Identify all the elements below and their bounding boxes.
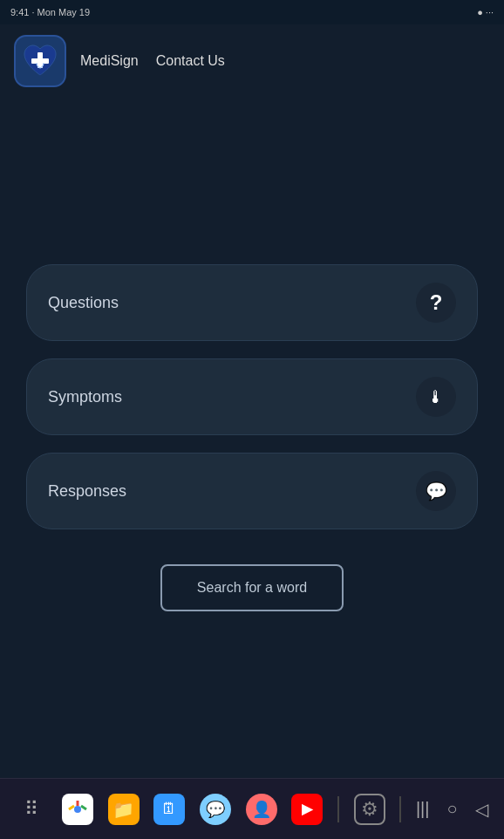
taskbar-chrome-icon[interactable] <box>62 794 93 825</box>
status-time: 9:41 · Mon May 19 <box>10 7 90 17</box>
symptoms-button[interactable]: Symptoms 🌡 <box>26 358 478 435</box>
search-word-button[interactable]: Search for a word <box>160 564 344 611</box>
taskbar: ⠿ 📁 🗓 💬 👤 ▶ ⚙ ||| ○ ◁ <box>0 778 504 839</box>
taskbar-calendar-icon[interactable]: 🗓 <box>153 794 185 825</box>
responses-icon-circle: 💬 <box>416 471 456 511</box>
nav-medisign[interactable]: MediSign <box>80 53 139 69</box>
taskbar-grid-icon[interactable]: ⠿ <box>16 794 47 825</box>
status-bar-right: ● ··· <box>477 7 494 17</box>
logo-svg <box>21 42 59 80</box>
svg-point-3 <box>74 806 81 813</box>
questions-icon-circle: ? <box>416 283 456 323</box>
status-bar: 9:41 · Mon May 19 ● ··· <box>0 0 504 24</box>
taskbar-back-btn[interactable]: ◁ <box>475 799 488 820</box>
taskbar-divider <box>337 796 339 822</box>
main-content: Questions ? Symptoms 🌡 Responses 💬 Searc… <box>0 98 504 778</box>
taskbar-divider-2 <box>399 796 401 822</box>
symptoms-icon-circle: 🌡 <box>416 377 456 417</box>
taskbar-recents-btn[interactable]: ||| <box>416 799 430 819</box>
app-logo <box>14 35 66 87</box>
thermometer-icon: 🌡 <box>427 387 445 407</box>
status-bar-left: 9:41 · Mon May 19 <box>10 7 90 17</box>
symptoms-label: Symptoms <box>48 388 122 406</box>
taskbar-files-icon[interactable]: 📁 <box>108 794 140 825</box>
questions-button[interactable]: Questions ? <box>26 264 478 341</box>
navbar: MediSign Contact Us <box>0 24 504 98</box>
responses-button[interactable]: Responses 💬 <box>26 453 478 529</box>
question-mark-icon: ? <box>430 290 443 315</box>
app-container: MediSign Contact Us Questions ? Symptoms… <box>0 24 504 778</box>
taskbar-home-btn[interactable]: ○ <box>446 799 457 819</box>
taskbar-youtube-icon[interactable]: ▶ <box>291 794 323 825</box>
responses-label: Responses <box>48 482 126 501</box>
taskbar-messages-icon[interactable]: 💬 <box>200 794 231 825</box>
chat-bubble-icon: 💬 <box>426 481 447 501</box>
taskbar-photos-icon[interactable]: 👤 <box>246 794 277 825</box>
nav-contact-us[interactable]: Contact Us <box>156 53 225 69</box>
taskbar-nav: ||| ○ ◁ <box>416 799 488 820</box>
status-icons: ● ··· <box>477 7 494 17</box>
taskbar-settings-icon[interactable]: ⚙ <box>354 794 385 825</box>
questions-label: Questions <box>48 294 119 312</box>
nav-links: MediSign Contact Us <box>80 53 225 69</box>
svg-rect-1 <box>31 58 49 64</box>
